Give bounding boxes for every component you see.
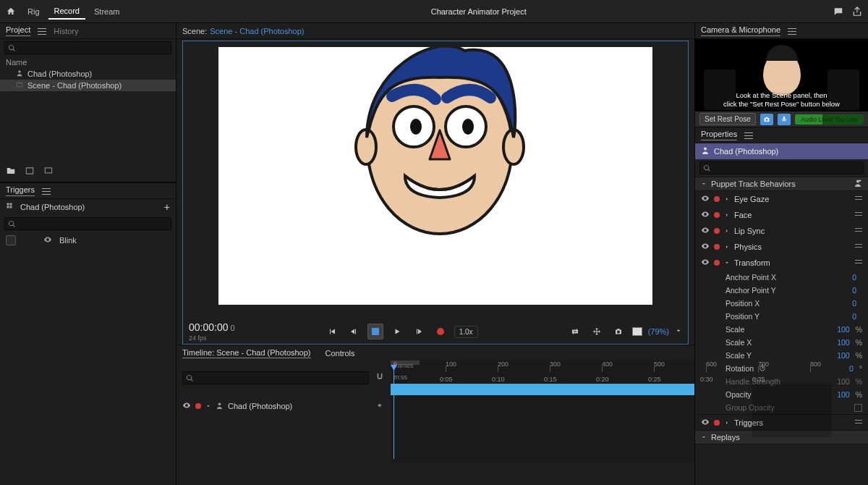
share-icon[interactable] — [851, 5, 864, 18]
visibility-icon[interactable] — [701, 258, 710, 268]
camera-toggle-icon[interactable] — [760, 114, 773, 125]
record-button[interactable] — [433, 324, 448, 340]
behavior-row[interactable]: Lip Sync — [695, 223, 868, 239]
arm-record-icon[interactable] — [714, 244, 720, 250]
step-back-button[interactable] — [346, 324, 362, 340]
prop-value[interactable]: 0 — [852, 299, 856, 308]
scene-link[interactable]: Scene - Chad (Photoshop) — [210, 27, 304, 35]
visibility-icon[interactable] — [182, 401, 191, 411]
behavior-menu-icon[interactable] — [855, 228, 862, 234]
transform-property-row[interactable]: Anchor Point Y0 — [695, 284, 868, 297]
new-scene-icon[interactable] — [23, 164, 36, 177]
behavior-menu-icon[interactable] — [855, 420, 862, 426]
trigger-key-slot[interactable] — [6, 235, 16, 245]
expand-icon[interactable] — [724, 227, 730, 235]
expand-icon[interactable] — [724, 242, 730, 251]
prop-value[interactable]: 100 — [837, 390, 850, 399]
visibility-icon[interactable] — [701, 242, 710, 252]
project-item-scene[interactable]: Scene - Chad (Photoshop) — [0, 80, 176, 91]
triggers-panel-title[interactable]: Triggers — [6, 185, 35, 196]
camera-preview[interactable]: Look at the Scene panel, thenclick the "… — [695, 39, 868, 111]
triggers-group-row[interactable]: Chad (Photoshop) + — [0, 199, 176, 215]
set-rest-pose-button[interactable]: Set Rest Pose — [699, 113, 756, 125]
visibility-icon[interactable] — [701, 418, 710, 428]
stop-button[interactable] — [367, 324, 383, 340]
chat-icon[interactable] — [832, 5, 845, 18]
timeline-title[interactable]: Timeline: Scene - Chad (Photoshop) — [182, 348, 311, 358]
prop-value[interactable]: 100 — [837, 338, 850, 347]
prop-value[interactable]: 100 — [837, 325, 850, 334]
visibility-icon[interactable] — [701, 210, 710, 220]
mode-tab-rig[interactable]: Rig — [22, 4, 46, 19]
timeline-clip[interactable] — [391, 384, 694, 395]
timeline-track-header[interactable]: Chad (Photoshop) — [182, 400, 385, 413]
timecode[interactable]: 00:00:00 — [189, 321, 229, 333]
checkerboard-toggle[interactable] — [632, 327, 642, 336]
trigger-item[interactable]: Blink — [0, 232, 176, 248]
project-search-input[interactable] — [19, 43, 168, 52]
prop-value[interactable]: 0 — [852, 273, 856, 282]
controls-tab[interactable]: Controls — [326, 349, 355, 358]
zoom-menu-icon[interactable] — [675, 327, 682, 336]
step-forward-button[interactable] — [411, 324, 427, 340]
microphone-toggle-icon[interactable] — [778, 114, 791, 125]
visibility-icon[interactable] — [701, 226, 710, 236]
history-tab[interactable]: History — [54, 27, 78, 35]
prop-value[interactable]: 100 — [837, 351, 850, 360]
behavior-menu-icon[interactable] — [855, 260, 862, 266]
triggers-panel-menu-icon[interactable] — [42, 187, 51, 195]
transform-property-row[interactable]: Scale Y100% — [695, 349, 868, 362]
track-warp-icon[interactable] — [376, 401, 385, 411]
behaviors-section-header[interactable]: Puppet Track Behaviors — [695, 177, 868, 191]
properties-search[interactable] — [699, 161, 864, 174]
behavior-row[interactable]: Face — [695, 207, 868, 223]
expand-icon[interactable] — [724, 211, 730, 219]
behavior-row[interactable]: Physics — [695, 239, 868, 255]
collapse-icon[interactable] — [724, 258, 730, 267]
project-item-puppet[interactable]: Chad (Photoshop) — [0, 68, 176, 80]
transform-property-row[interactable]: Anchor Point X0 — [695, 271, 868, 284]
triggers-search[interactable] — [4, 217, 171, 230]
play-button[interactable] — [389, 324, 405, 340]
project-tab[interactable]: Project — [6, 25, 30, 36]
arm-record-icon[interactable] — [714, 212, 720, 218]
mode-tab-record[interactable]: Record — [48, 4, 85, 20]
project-panel-menu-icon[interactable] — [38, 28, 46, 35]
triggers-add-icon[interactable]: + — [164, 201, 170, 213]
go-to-start-button[interactable] — [324, 324, 340, 340]
scene-canvas[interactable] — [218, 47, 652, 305]
triggers-search-input[interactable] — [19, 219, 168, 228]
transform-property-row[interactable]: Scale X100% — [695, 336, 868, 349]
arm-record-icon[interactable] — [714, 228, 720, 234]
properties-panel-title[interactable]: Properties — [701, 130, 737, 140]
workspace-icon[interactable] — [589, 324, 605, 340]
home-icon[interactable] — [4, 5, 17, 18]
playback-rate[interactable]: 1.0x — [454, 326, 478, 338]
properties-panel-menu-icon[interactable] — [744, 132, 753, 139]
timeline-search-input[interactable] — [197, 374, 365, 382]
snap-icon[interactable] — [375, 372, 385, 384]
expand-icon[interactable] — [205, 402, 211, 410]
behavior-menu-icon[interactable] — [855, 196, 862, 202]
behavior-row[interactable]: Eye Gaze — [695, 191, 868, 207]
camera-panel-menu-icon[interactable] — [788, 28, 796, 35]
arm-record-icon[interactable] — [714, 420, 720, 426]
timeline-search[interactable] — [182, 371, 369, 384]
project-search[interactable] — [4, 41, 171, 54]
prop-value[interactable]: 0 — [852, 286, 856, 295]
puppet-name-row[interactable]: Chad (Photoshop) — [695, 143, 868, 159]
arm-record-icon[interactable] — [714, 260, 720, 266]
transform-row[interactable]: Transform — [695, 255, 868, 271]
arm-record-icon[interactable] — [195, 403, 201, 409]
loop-icon[interactable] — [567, 324, 583, 340]
behavior-menu-icon[interactable] — [855, 244, 862, 250]
transform-property-row[interactable]: Rotation 0 ° — [695, 362, 868, 375]
behavior-menu-icon[interactable] — [855, 212, 862, 218]
camera-panel-title[interactable]: Camera & Microphone — [701, 25, 780, 36]
transform-property-row[interactable]: Position X0 — [695, 297, 868, 310]
prop-value[interactable]: 0 — [849, 364, 854, 373]
new-puppet-icon[interactable] — [42, 164, 55, 177]
mode-tab-stream[interactable]: Stream — [88, 4, 125, 19]
zoom-percent[interactable]: (79%) — [648, 327, 669, 336]
arm-record-icon[interactable] — [714, 196, 720, 202]
